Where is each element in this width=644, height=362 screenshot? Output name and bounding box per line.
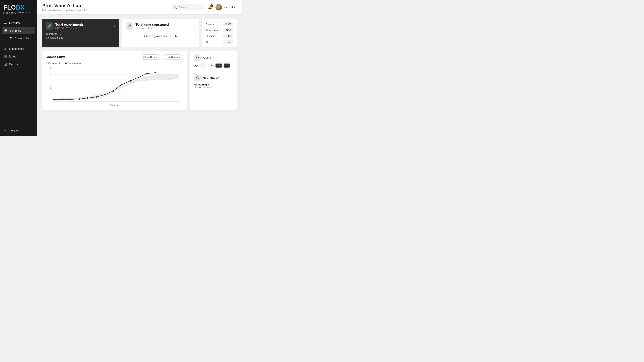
growth-curve-svg: 5 4 3 2 1 0 0 1 2 3 4 5 6 7: [46, 66, 183, 103]
monitoring-label: Monitoring: [194, 83, 207, 86]
svg-rect-11: [4, 65, 4, 66]
svg-text:14: 14: [172, 102, 174, 103]
svg-text:4: 4: [87, 102, 88, 103]
svg-text:10: 10: [138, 102, 140, 103]
sidebar-item-graphs[interactable]: Graphs: [0, 60, 37, 68]
legend-expected: Expected plot: [46, 62, 62, 64]
svg-rect-0: [4, 22, 6, 22]
sidebar-item-settings[interactable]: Settings: [3, 129, 34, 133]
svg-text:13: 13: [163, 102, 165, 103]
od-val-1: 1.2: [200, 63, 206, 67]
sidebar-custom-view-label: Custom view: [15, 37, 30, 40]
svg-text:5: 5: [96, 102, 97, 103]
svg-text:11: 11: [146, 102, 148, 103]
temperature-value: 37°C: [224, 28, 233, 32]
svg-rect-12: [5, 64, 6, 66]
sidebar-notes-label: Notes: [9, 55, 16, 58]
sidebar-item-overview[interactable]: Overview ▾: [0, 19, 37, 27]
summary-icon: [4, 29, 8, 33]
bottom-row: Growth Curve Export Data ▾ Last 8 hours …: [42, 51, 237, 110]
alerts-section: Alerts OD 1.2 1.6 1.8 2.3: [194, 54, 233, 67]
battery-label: Battery: [206, 23, 214, 26]
time-arrow-icon[interactable]: ›: [194, 24, 195, 28]
monitoring-chevron-icon: ▾: [208, 83, 209, 86]
svg-point-50: [104, 94, 106, 95]
svg-rect-9: [4, 56, 6, 57]
exp-arrow-icon[interactable]: ›: [114, 24, 115, 28]
sidebar-experiments-label: Experiments: [9, 47, 24, 50]
time-range-label: Last 8 hours: [166, 56, 178, 58]
legend-current: Current growth: [65, 62, 82, 64]
monitoring-row[interactable]: Monitoring ▾: [194, 83, 233, 86]
completed-label: Completed: [46, 36, 58, 39]
od-val-2: 1.6: [208, 63, 214, 67]
notification-section: Notification Monitoring ▾ Growth deviati…: [194, 74, 233, 89]
od-label: OD: [194, 64, 198, 67]
chevron-down-icon: ▾: [32, 22, 34, 24]
time-range-chevron-icon: ▾: [179, 56, 180, 58]
svg-text:3: 3: [50, 80, 51, 82]
sidebar-item-notes[interactable]: Notes: [0, 53, 37, 60]
svg-point-54: [138, 77, 140, 78]
chart-title: Growth Curve: [46, 55, 66, 59]
sidebar-bottom: Settings: [0, 126, 37, 136]
time-card: ⏱ Total time consumed Avg. time : 16.2h …: [122, 18, 199, 47]
svg-text:9: 9: [130, 102, 131, 103]
search-box[interactable]: 🔍: [171, 4, 204, 10]
export-label: Export Data: [144, 56, 155, 58]
od-values-row: OD 1.2 1.6 1.8 2.3: [194, 63, 233, 67]
notification-button[interactable]: 🔔 6: [208, 5, 212, 9]
humidity-stat: Humidity 70%: [206, 34, 233, 38]
sidebar-item-summary[interactable]: Summary: [2, 27, 35, 34]
x-axis-label: Time (h): [46, 104, 183, 106]
layers-icon: [3, 21, 7, 25]
completed-value: : 50: [59, 36, 64, 39]
user-info[interactable]: Vamsi's Lab: [216, 4, 236, 10]
svg-rect-1: [4, 23, 6, 23]
humidity-value: 70%: [224, 34, 233, 38]
header-right: 🔍 🔔 6 Vamsi's Lab: [171, 4, 236, 10]
ph-value: 6.2: [224, 40, 233, 44]
exp-card-subtitle: 53 E-Coli, 23-S.aureus: [55, 27, 112, 29]
sidebar-item-custom-view[interactable]: Custom view: [0, 35, 37, 42]
logo-flo: FLO: [3, 4, 16, 11]
time-icon: ⏱: [126, 22, 133, 30]
svg-rect-4: [4, 30, 7, 31]
temperature-label: Temperature: [206, 29, 220, 31]
humidity-label: Humidity: [206, 34, 216, 37]
svg-text:2: 2: [70, 102, 71, 103]
battery-value: 89%: [224, 22, 233, 26]
legend-current-label: Current growth: [68, 62, 82, 64]
current-growth-time: Current growth time : 11.6h: [126, 33, 195, 39]
svg-rect-13: [6, 63, 6, 66]
time-card-title: Total time consumed: [136, 23, 192, 26]
export-data-button[interactable]: Export Data ▾: [140, 54, 160, 60]
svg-point-45: [62, 99, 63, 100]
svg-text:1: 1: [50, 94, 51, 96]
svg-point-48: [87, 97, 88, 99]
svg-rect-8: [4, 56, 6, 56]
svg-text:15: 15: [178, 102, 180, 103]
time-range-button[interactable]: Last 8 hours ▾: [163, 54, 183, 60]
content-area: 🧪 Total experiments 53 E-Coli, 23-S.aure…: [37, 14, 242, 136]
page-title: Prof. Vamsi's Lab: [42, 3, 87, 8]
in-process-value: : 3: [58, 32, 62, 35]
svg-text:4: 4: [50, 73, 51, 76]
exp-card-title: Total experiments: [55, 23, 112, 26]
sidebar-item-experiments[interactable]: Experiments: [0, 45, 37, 53]
battery-stat: Battery 89%: [206, 22, 233, 26]
filter-icon: [9, 37, 13, 40]
logo-subtitle: AUTOMATING CELL GROWTH MEASUREMENT: [3, 11, 34, 14]
search-input[interactable]: [178, 6, 202, 8]
logo-area: FLODX AUTOMATING CELL GROWTH MEASUREMENT: [0, 0, 37, 17]
experiment-icon: 🧪: [46, 22, 53, 30]
svg-point-57: [197, 78, 198, 79]
sidebar-settings-label: Settings: [9, 130, 18, 133]
ph-label: pH: [206, 40, 209, 43]
current-dot: [65, 62, 66, 64]
temperature-stat: Temperature 37°C: [206, 28, 233, 32]
logo-dx: DX: [16, 4, 25, 11]
legend-expected-label: Expected plot: [48, 62, 62, 64]
sidebar-summary-label: Summary: [10, 29, 21, 32]
settings-icon: [3, 129, 7, 133]
